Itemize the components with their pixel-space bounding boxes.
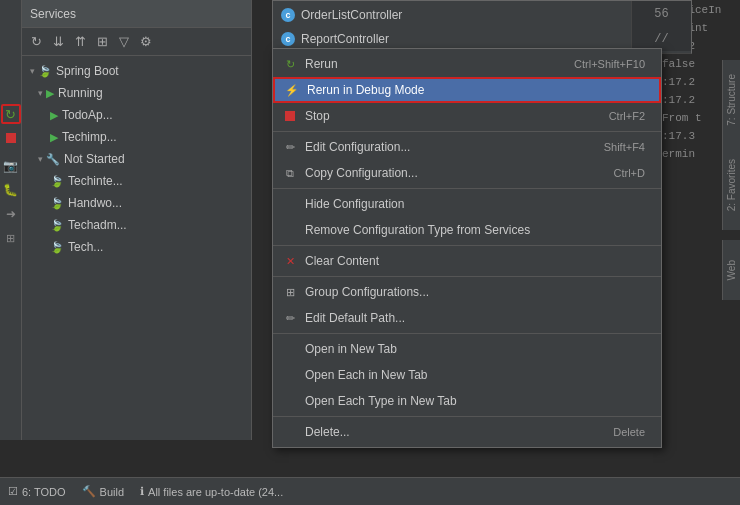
menu-item-open-new-tab[interactable]: Open in New Tab <box>273 336 661 362</box>
menu-item-edit-default-path[interactable]: ✏ Edit Default Path... <box>273 305 661 331</box>
techadm-label: Techadm... <box>68 218 127 232</box>
menu-item-open-each-new-tab[interactable]: Open Each in New Tab <box>273 362 661 388</box>
web-tab[interactable]: Web <box>722 240 740 300</box>
grid-sidebar-button[interactable]: ⊞ <box>1 228 21 248</box>
edit-config-icon: ✏ <box>281 138 299 156</box>
open-each-type-label: Open Each Type in New Tab <box>305 394 645 408</box>
toolbar-group[interactable]: ⊞ <box>92 32 112 52</box>
rerun-sidebar-button[interactable]: ↻ <box>1 104 21 124</box>
code-area: serviceIn ndpoint :17.2 false :17.2 :17.… <box>0 0 740 477</box>
bottom-bar: ☑ 6: TODO 🔨 Build ℹ All files are up-to-… <box>0 477 740 505</box>
edit-path-icon: ✏ <box>281 309 299 327</box>
line-separator: // <box>654 32 668 46</box>
stop-shortcut: Ctrl+F2 <box>609 110 645 122</box>
not-started-label: Not Started <box>64 152 125 166</box>
menu-item-open-each-type-new-tab[interactable]: Open Each Type in New Tab <box>273 388 661 414</box>
services-tree: ▾ 🍃 Spring Boot ▾ ▶ Running ▶ TodoAp... <box>22 56 251 440</box>
toolbar-refresh[interactable]: ↻ <box>26 32 46 52</box>
separator-5 <box>273 333 661 334</box>
c-badge-orderlist: c <box>281 8 295 22</box>
tree-item-running[interactable]: ▾ ▶ Running <box>22 82 251 104</box>
context-menu: ↻ Rerun Ctrl+Shift+F10 ⚡ Rerun in Debug … <box>272 48 662 448</box>
top-item-orderlist[interactable]: c OrderListController <box>273 3 691 27</box>
clear-content-label: Clear Content <box>305 254 645 268</box>
bottom-build[interactable]: 🔨 Build <box>82 485 124 498</box>
separator-2 <box>273 188 661 189</box>
bug-sidebar-button[interactable]: 🐛 <box>1 180 21 200</box>
open-new-tab-label: Open in New Tab <box>305 342 645 356</box>
tree-item-tech[interactable]: 🍃 Tech... <box>22 236 251 258</box>
rerun-icon: ↻ <box>281 55 299 73</box>
toolbar-filter[interactable]: ▽ <box>114 32 134 52</box>
arrow-spring-boot: ▾ <box>30 66 35 76</box>
structure-tab[interactable]: 7: Structure <box>722 60 740 140</box>
menu-item-group-configs[interactable]: ⊞ Group Configurations... <box>273 279 661 305</box>
spring-icon: 🍃 <box>38 65 52 78</box>
group-configs-icon: ⊞ <box>281 283 299 301</box>
handwo-label: Handwo... <box>68 196 122 210</box>
open-tab-icon <box>281 340 299 358</box>
status-icon: ℹ <box>140 485 144 498</box>
menu-item-hide-config[interactable]: Hide Configuration <box>273 191 661 217</box>
services-header: Services <box>22 0 251 28</box>
c-badge-reportcontroller: c <box>281 32 295 46</box>
arrow-running: ▾ <box>38 88 43 98</box>
toolbar-collapse-all[interactable]: ⇊ <box>48 32 68 52</box>
tree-item-techimp[interactable]: ▶ Techimp... <box>22 126 251 148</box>
copy-config-label: Copy Configuration... <box>305 166 598 180</box>
copy-config-shortcut: Ctrl+D <box>614 167 645 179</box>
edit-config-shortcut: Shift+F4 <box>604 141 645 153</box>
reportcontroller-label: ReportController <box>301 32 389 46</box>
edit-config-label: Edit Configuration... <box>305 140 588 154</box>
tree-item-techadm[interactable]: 🍃 Techadm... <box>22 214 251 236</box>
delete-shortcut: Delete <box>613 426 645 438</box>
web-tab-label: Web <box>726 260 737 280</box>
tree-item-not-started[interactable]: ▾ 🔧 Not Started <box>22 148 251 170</box>
run-icon-techimp: ▶ <box>50 131 58 144</box>
spring-boot-label: Spring Boot <box>56 64 119 78</box>
line-num-56: 56 <box>654 7 668 21</box>
menu-item-edit-config[interactable]: ✏ Edit Configuration... Shift+F4 <box>273 134 661 160</box>
tree-item-todoapp[interactable]: ▶ TodoAp... <box>22 104 251 126</box>
open-each-tab-label: Open Each in New Tab <box>305 368 645 382</box>
camera-icon: 📷 <box>3 159 18 173</box>
bottom-status: ℹ All files are up-to-date (24... <box>140 485 283 498</box>
rerun-label: Rerun <box>305 57 558 71</box>
menu-item-delete[interactable]: Delete... Delete <box>273 419 661 445</box>
ide-container: serviceIn ndpoint :17.2 false :17.2 :17.… <box>0 0 740 505</box>
favorites-tab-label: 2: Favorites <box>726 159 737 211</box>
tech-label: Tech... <box>68 240 103 254</box>
run-icon-todoapp: ▶ <box>50 109 58 122</box>
menu-item-rerun[interactable]: ↻ Rerun Ctrl+Shift+F10 <box>273 51 661 77</box>
stop-sidebar-icon <box>6 133 16 143</box>
tree-item-handwo[interactable]: 🍃 Handwo... <box>22 192 251 214</box>
todo-icon: ☑ <box>8 485 18 498</box>
arrow-sidebar-button[interactable]: ➜ <box>1 204 21 224</box>
menu-item-clear-content[interactable]: ✕ Clear Content <box>273 248 661 274</box>
bug-icon: 🐛 <box>3 183 18 197</box>
stop-label: Stop <box>305 109 593 123</box>
favorites-tab[interactable]: 2: Favorites <box>722 140 740 230</box>
toolbar-settings[interactable]: ⚙ <box>136 32 156 52</box>
edit-path-label: Edit Default Path... <box>305 311 645 325</box>
clear-icon: ✕ <box>281 252 299 270</box>
bottom-todo[interactable]: ☑ 6: TODO <box>8 485 66 498</box>
rerun-shortcut: Ctrl+Shift+F10 <box>574 58 645 70</box>
hide-config-label: Hide Configuration <box>305 197 645 211</box>
build-label: Build <box>100 486 124 498</box>
menu-item-remove-config-type[interactable]: Remove Configuration Type from Services <box>273 217 661 243</box>
stop-sidebar-button[interactable] <box>1 128 21 148</box>
menu-item-stop[interactable]: Stop Ctrl+F2 <box>273 103 661 129</box>
spring-icon-techadm: 🍃 <box>50 219 64 232</box>
build-icon: 🔨 <box>82 485 96 498</box>
menu-item-rerun-debug[interactable]: ⚡ Rerun in Debug Mode <box>273 77 661 103</box>
top-overlay: 56 // c OrderListController c ReportCont… <box>272 0 692 54</box>
menu-item-copy-config[interactable]: ⧉ Copy Configuration... Ctrl+D <box>273 160 661 186</box>
tree-item-spring-boot[interactable]: ▾ 🍃 Spring Boot <box>22 60 251 82</box>
separator-3 <box>273 245 661 246</box>
tree-item-techinte[interactable]: 🍃 Techinte... <box>22 170 251 192</box>
wrench-icon: 🔧 <box>46 153 60 166</box>
arrow-right-icon: ➜ <box>6 207 16 221</box>
toolbar-expand-all[interactable]: ⇈ <box>70 32 90 52</box>
camera-sidebar-button[interactable]: 📷 <box>1 156 21 176</box>
